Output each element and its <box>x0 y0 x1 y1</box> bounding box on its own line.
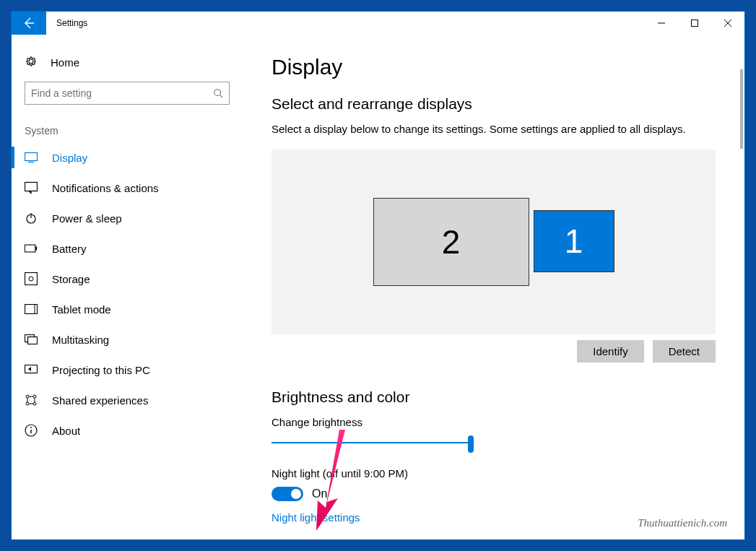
sidebar-item-multitasking[interactable]: Multitasking <box>12 324 243 355</box>
svg-point-14 <box>29 277 33 281</box>
home-nav[interactable]: Home <box>12 48 243 77</box>
projecting-icon <box>25 363 38 376</box>
svg-rect-12 <box>35 246 37 250</box>
storage-icon <box>25 272 38 285</box>
settings-window: Settings Home System <box>11 11 745 540</box>
monitor-tile-1[interactable]: 1 <box>534 210 614 272</box>
svg-point-21 <box>33 395 36 398</box>
svg-point-23 <box>33 402 36 405</box>
toggle-state-label: On <box>312 487 327 500</box>
sidebar-item-tablet[interactable]: Tablet mode <box>12 294 243 324</box>
brightness-heading: Brightness and color <box>271 389 716 406</box>
power-icon <box>25 212 38 225</box>
sidebar-item-label: Projecting to this PC <box>52 364 150 376</box>
multitasking-icon <box>25 333 38 346</box>
sidebar-item-power[interactable]: Power & sleep <box>12 203 243 233</box>
svg-rect-15 <box>25 305 38 314</box>
notifications-icon <box>25 181 38 194</box>
shared-icon <box>25 394 38 407</box>
titlebar: Settings <box>12 12 744 35</box>
home-label: Home <box>51 56 79 69</box>
sidebar-item-label: Tablet mode <box>52 303 111 316</box>
sidebar-item-label: Multitasking <box>52 334 109 346</box>
arrange-heading: Select and rearrange displays <box>271 95 716 113</box>
sidebar-item-storage[interactable]: Storage <box>12 264 243 294</box>
sidebar-item-label: Battery <box>52 243 87 255</box>
sidebar-item-label: Shared experiences <box>52 394 148 407</box>
sidebar-item-shared[interactable]: Shared experiences <box>12 385 243 415</box>
monitor-tile-2[interactable]: 2 <box>373 198 529 286</box>
slider-thumb[interactable] <box>468 435 474 453</box>
sidebar-item-battery[interactable]: Battery <box>12 233 243 264</box>
night-light-toggle[interactable] <box>271 487 303 501</box>
minimize-icon <box>658 19 665 27</box>
change-brightness-label: Change brightness <box>271 416 716 428</box>
scrollbar-thumb[interactable] <box>740 69 743 149</box>
close-icon <box>724 19 731 27</box>
gear-icon <box>25 55 38 70</box>
close-button[interactable] <box>711 12 744 35</box>
slider-track <box>271 442 474 443</box>
search-input[interactable] <box>31 87 213 99</box>
search-input-wrap[interactable] <box>25 82 230 105</box>
display-arrange-area[interactable]: 2 1 <box>271 149 716 334</box>
maximize-button[interactable] <box>678 12 711 35</box>
search-icon <box>213 88 223 98</box>
sidebar: Home System Display Notifications & acti… <box>12 35 243 539</box>
sidebar-item-label: Display <box>52 152 87 164</box>
main-panel: Display Select and rearrange displays Se… <box>243 35 744 539</box>
sidebar-item-label: Notifications & actions <box>52 182 159 194</box>
svg-rect-13 <box>25 273 38 285</box>
svg-rect-6 <box>25 153 38 161</box>
night-light-label: Night light (off until 9:00 PM) <box>271 467 716 480</box>
brightness-slider[interactable] <box>271 435 474 450</box>
about-icon <box>25 424 38 437</box>
sidebar-item-projecting[interactable]: Projecting to this PC <box>12 355 243 385</box>
sidebar-section-label: System <box>12 118 243 142</box>
detect-button[interactable]: Detect <box>653 340 716 363</box>
sidebar-item-label: About <box>52 425 80 437</box>
svg-point-26 <box>30 427 32 428</box>
svg-point-22 <box>26 402 29 405</box>
svg-point-4 <box>214 90 221 96</box>
sidebar-item-display[interactable]: Display <box>12 142 243 173</box>
display-icon <box>25 151 38 164</box>
svg-rect-8 <box>25 183 38 191</box>
arrange-desc: Select a display below to change its set… <box>271 123 716 135</box>
battery-icon <box>25 242 38 255</box>
sidebar-item-label: Power & sleep <box>52 212 122 225</box>
sidebar-item-about[interactable]: About <box>12 415 243 446</box>
identify-button[interactable]: Identify <box>577 340 643 363</box>
svg-rect-11 <box>25 245 35 252</box>
svg-point-20 <box>26 395 29 398</box>
night-light-settings-link[interactable]: Night light settings <box>271 511 360 524</box>
minimize-button[interactable] <box>645 12 678 35</box>
svg-rect-18 <box>28 337 38 344</box>
sidebar-item-label: Storage <box>52 273 90 285</box>
window-controls <box>645 12 744 35</box>
watermark: Thuthuattienich.com <box>638 517 727 529</box>
svg-line-5 <box>220 95 223 98</box>
maximize-icon <box>691 19 698 27</box>
back-button[interactable] <box>12 12 46 35</box>
content: Home System Display Notifications & acti… <box>12 35 744 539</box>
sidebar-item-notifications[interactable]: Notifications & actions <box>12 173 243 203</box>
svg-rect-1 <box>692 20 698 27</box>
window-title: Settings <box>46 12 645 35</box>
back-arrow-icon <box>22 16 36 30</box>
tablet-icon <box>25 303 38 316</box>
page-title: Display <box>271 55 716 79</box>
